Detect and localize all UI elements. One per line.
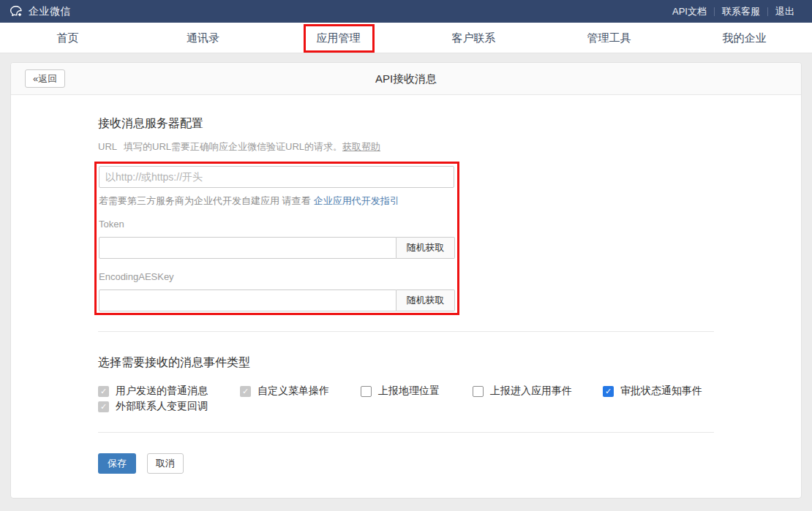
divider [98,331,714,332]
nav-item-my-company[interactable]: 我的企业 [677,23,812,53]
card-header: «返回 API接收消息 [11,63,801,95]
dev-guide-link[interactable]: 企业应用代开发指引 [314,195,399,206]
token-random-button[interactable]: 随机获取 [396,237,455,259]
api-docs-link[interactable]: API文档 [665,5,714,18]
wecom-admin-page: 企业微信 API文档 联系客服 退出 首页 通讯录 应用管理 客户联系 管理工具… [0,0,812,511]
checkbox-icon[interactable] [603,386,614,397]
nav-item-contacts[interactable]: 通讯录 [135,23,271,53]
nav-item-home[interactable]: 首页 [0,23,135,53]
contact-support-link[interactable]: 联系客服 [715,5,767,18]
checkbox-label: 审批状态通知事件 [620,385,702,398]
checkbox-icon[interactable] [473,386,484,397]
nav-item-customer[interactable]: 客户联系 [406,23,541,53]
checkbox-normal-message[interactable]: 用户发送的普通消息 [98,385,208,398]
checkbox-report-location[interactable]: 上报地理位置 [361,385,440,398]
wecom-logo-icon [10,4,23,18]
checkbox-label: 上报地理位置 [378,385,440,398]
topbar: 企业微信 API文档 联系客服 退出 [0,0,812,23]
server-config-section-title: 接收消息服务器配置 [98,116,203,132]
events-section-title: 选择需要接收的消息事件类型 [98,355,250,371]
url-label-line: URL填写的URL需要正确响应企业微信验证URL的请求。获取帮助 [98,140,380,154]
checkbox-label: 自定义菜单操作 [257,385,329,398]
checkbox-label: 上报进入应用事件 [490,385,572,398]
nav-item-app-manage[interactable]: 应用管理 [271,23,406,53]
logout-link[interactable]: 退出 [768,5,802,18]
main-nav: 首页 通讯录 应用管理 客户联系 管理工具 我的企业 [0,23,812,53]
checkbox-label: 用户发送的普通消息 [116,385,208,398]
checkbox-icon[interactable] [98,386,109,397]
aeskey-input[interactable] [99,289,396,311]
checkbox-label: 外部联系人变更回调 [116,400,208,413]
aeskey-label: EncodingAESKey [99,271,174,282]
cancel-button[interactable]: 取消 [147,453,184,474]
third-party-hint: 若需要第三方服务商为企业代开发自建应用 请查看企业应用代开发指引 [99,194,399,208]
save-button[interactable]: 保存 [98,453,136,474]
url-label: URL [98,141,117,152]
checkbox-enter-app-event[interactable]: 上报进入应用事件 [473,385,572,398]
checkbox-icon[interactable] [98,401,109,412]
content-card: «返回 API接收消息 接收消息服务器配置 URL填写的URL需要正确响应企业微… [10,62,802,499]
nav-item-admin-tools[interactable]: 管理工具 [541,23,677,53]
checkbox-icon[interactable] [361,386,372,397]
checkbox-custom-menu[interactable]: 自定义菜单操作 [240,385,329,398]
page-title: API接收消息 [11,63,801,94]
token-input[interactable] [99,237,396,259]
brand-name: 企业微信 [29,5,71,18]
token-label: Token [99,219,124,230]
checkbox-approval-status-event[interactable]: 审批状态通知事件 [603,385,702,398]
checkbox-external-contact-change[interactable]: 外部联系人变更回调 [98,400,208,413]
get-help-link[interactable]: 获取帮助 [342,141,380,152]
url-input[interactable] [99,166,454,188]
checkbox-icon[interactable] [240,386,251,397]
topbar-links: API文档 联系客服 退出 [665,5,812,18]
divider [98,432,714,433]
url-description: 填写的URL需要正确响应企业微信验证URL的请求。 [124,141,342,152]
hint-text: 若需要第三方服务商为企业代开发自建应用 请查看 [99,195,311,206]
brand[interactable]: 企业微信 [0,4,71,18]
aeskey-random-button[interactable]: 随机获取 [396,289,455,311]
